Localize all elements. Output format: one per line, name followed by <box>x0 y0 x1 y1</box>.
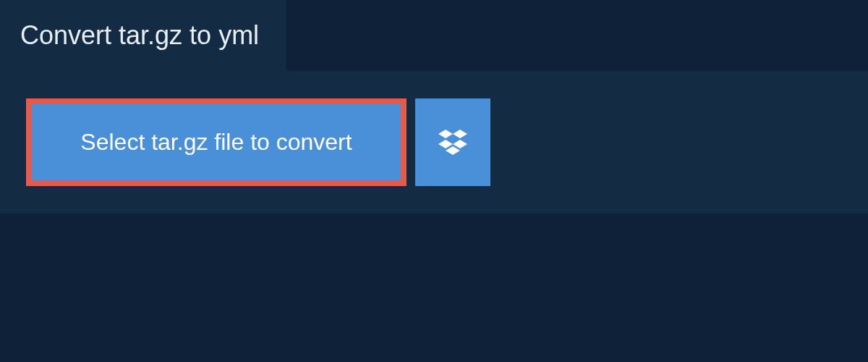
select-file-button[interactable]: Select tar.gz file to convert <box>32 104 401 180</box>
dropbox-button[interactable] <box>415 98 490 186</box>
dropbox-icon <box>437 127 469 159</box>
page-title: Convert tar.gz to yml <box>20 20 259 50</box>
button-row: Select tar.gz file to convert <box>26 98 842 186</box>
page-title-tab: Convert tar.gz to yml <box>0 0 286 71</box>
select-file-highlight-border: Select tar.gz file to convert <box>26 98 407 186</box>
select-file-label: Select tar.gz file to convert <box>80 129 352 155</box>
main-panel: Select tar.gz file to convert <box>0 71 868 214</box>
